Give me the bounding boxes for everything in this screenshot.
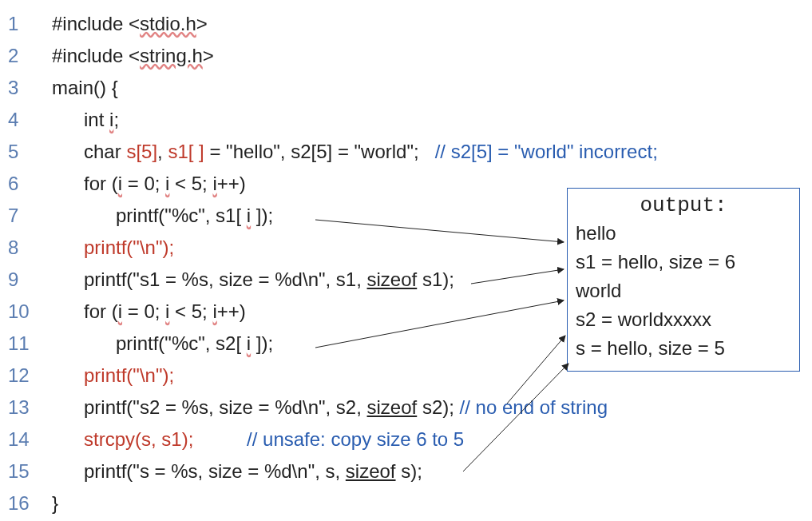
text: char bbox=[52, 141, 126, 162]
text: s1); bbox=[417, 268, 454, 290]
code-line: #include <stdio.h> bbox=[52, 8, 658, 40]
text: = 0; bbox=[122, 300, 165, 322]
text: ++) bbox=[217, 173, 246, 194]
text: printf("%c", s2[ bbox=[52, 332, 247, 354]
text: string.h bbox=[140, 45, 203, 66]
text: ]); bbox=[251, 332, 273, 354]
text: stdio.h bbox=[140, 13, 196, 34]
text: printf("s = %s, size = %d\n", s, bbox=[52, 460, 346, 482]
text: = 0; bbox=[122, 173, 165, 194]
text: #include < bbox=[52, 45, 140, 66]
line-number: 5 bbox=[8, 136, 40, 168]
text-red: strcpy(s, s1); bbox=[52, 428, 193, 450]
text: for ( bbox=[52, 173, 118, 194]
line-number: 4 bbox=[8, 104, 40, 136]
line-number: 1 bbox=[8, 8, 40, 40]
text: main() { bbox=[52, 77, 118, 98]
text-red: s1[ ] bbox=[168, 141, 204, 162]
text: int bbox=[52, 109, 109, 130]
text: < 5; bbox=[169, 300, 212, 322]
text: sizeof bbox=[367, 268, 418, 290]
text-red: s[5] bbox=[126, 141, 157, 162]
code-line: strcpy(s, s1); // unsafe: copy size 6 to… bbox=[52, 424, 658, 455]
output-line: s1 = hello, size = 6 bbox=[576, 248, 791, 276]
line-number: 2 bbox=[8, 40, 40, 72]
text: ]); bbox=[251, 205, 273, 226]
code-line: #include <string.h> bbox=[52, 40, 658, 72]
text: ++) bbox=[217, 300, 246, 322]
output-line: world bbox=[576, 276, 791, 305]
line-number: 3 bbox=[8, 72, 40, 104]
text: , bbox=[157, 141, 168, 162]
code-line: printf("s2 = %s, size = %d\n", s2, sizeo… bbox=[52, 392, 658, 424]
text: sizeof bbox=[346, 460, 396, 482]
line-number: 13 bbox=[8, 392, 40, 424]
output-box: output: hello s1 = hello, size = 6 world… bbox=[567, 188, 800, 372]
text: printf("s2 = %s, size = %d\n", s2, bbox=[52, 396, 367, 418]
text: #include < bbox=[52, 13, 140, 34]
text: s2); bbox=[417, 396, 459, 418]
text: sizeof bbox=[367, 396, 418, 418]
text-red: printf("\n"); bbox=[52, 237, 174, 258]
line-number: 11 bbox=[8, 328, 40, 360]
code-line: main() { bbox=[52, 72, 658, 104]
comment: // s2[5] = "world" incorrect; bbox=[435, 141, 658, 162]
text: for ( bbox=[52, 300, 118, 322]
code-line: } bbox=[52, 487, 658, 519]
output-title: output: bbox=[576, 193, 791, 217]
output-line: hello bbox=[576, 219, 791, 248]
line-number: 12 bbox=[8, 360, 40, 392]
text: < 5; bbox=[169, 173, 212, 194]
line-number: 9 bbox=[8, 264, 40, 296]
text: ; bbox=[113, 109, 119, 130]
comment: // no end of string bbox=[460, 396, 608, 418]
comment: // unsafe: copy size 6 to 5 bbox=[247, 428, 464, 450]
line-number: 14 bbox=[8, 424, 40, 455]
line-number: 15 bbox=[8, 455, 40, 487]
line-number-gutter: 1 2 3 4 5 6 7 8 9 10 11 12 13 14 15 16 bbox=[8, 8, 40, 519]
text: = "hello", s2[5] = "world"; bbox=[204, 141, 435, 162]
line-number: 10 bbox=[8, 296, 40, 328]
line-number: 6 bbox=[8, 168, 40, 200]
text bbox=[193, 428, 247, 450]
code-line: int i; bbox=[52, 104, 658, 136]
code-line: char s[5], s1[ ] = "hello", s2[5] = "wor… bbox=[52, 136, 658, 168]
text: > bbox=[196, 13, 208, 34]
output-line: s2 = worldxxxxx bbox=[576, 305, 791, 334]
text-red: printf("\n"); bbox=[52, 364, 174, 386]
line-number: 7 bbox=[8, 200, 40, 232]
output-line: s = hello, size = 5 bbox=[576, 334, 791, 363]
text: printf("%c", s1[ bbox=[52, 205, 247, 226]
slide: 1 2 3 4 5 6 7 8 9 10 11 12 13 14 15 16 #… bbox=[0, 0, 812, 521]
text: s); bbox=[396, 460, 422, 482]
line-number: 8 bbox=[8, 232, 40, 264]
text: > bbox=[203, 45, 214, 66]
text: printf("s1 = %s, size = %d\n", s1, bbox=[52, 268, 367, 290]
code-line: printf("s = %s, size = %d\n", s, sizeof … bbox=[52, 455, 658, 487]
text: } bbox=[52, 492, 58, 514]
line-number: 16 bbox=[8, 487, 40, 519]
